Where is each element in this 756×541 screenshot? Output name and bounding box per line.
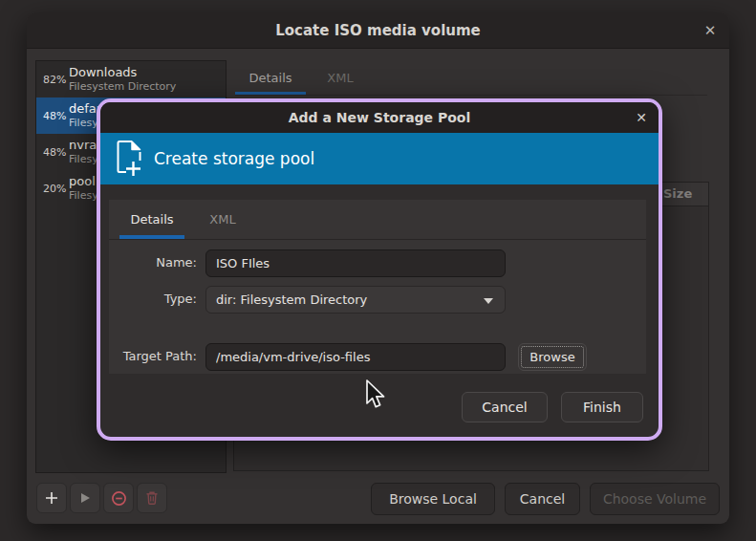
chevron-down-icon bbox=[484, 298, 493, 304]
dialog-titlebar[interactable]: Add a New Storage Pool ✕ bbox=[100, 102, 659, 133]
dialog-notebook: Details XML Name: Type: dir: Filesystem … bbox=[109, 200, 646, 374]
plus-icon bbox=[44, 490, 59, 506]
tab-xml-label: XML bbox=[327, 71, 353, 85]
dialog-tabbar-divider bbox=[109, 239, 646, 240]
pool-type: Filesystem Directory bbox=[69, 80, 176, 94]
pool-usage-percent: 20% bbox=[36, 183, 69, 195]
tab-xml[interactable]: XML bbox=[313, 60, 367, 96]
browse-local-button[interactable]: Browse Local bbox=[371, 483, 495, 515]
pool-usage-percent: 82% bbox=[36, 74, 69, 86]
dialog-title: Add a New Storage Pool bbox=[289, 110, 471, 125]
mouse-cursor bbox=[365, 379, 386, 412]
banner-text: Create storage pool bbox=[154, 149, 314, 168]
create-pool-banner: Create storage pool bbox=[100, 133, 659, 184]
pool-name: Downloads bbox=[69, 65, 176, 80]
dialog-cancel-button[interactable]: Cancel bbox=[462, 392, 548, 422]
choose-volume-button: Choose Volume bbox=[590, 483, 720, 515]
trash-icon bbox=[145, 490, 159, 506]
name-label: Name: bbox=[109, 255, 197, 270]
stop-icon bbox=[111, 490, 127, 507]
close-icon[interactable]: ✕ bbox=[701, 21, 720, 40]
tab-details[interactable]: Details bbox=[235, 60, 306, 96]
type-dropdown[interactable]: dir: Filesystem Directory bbox=[205, 286, 506, 314]
type-label: Type: bbox=[109, 292, 197, 306]
target-path-label: Target Path: bbox=[109, 349, 197, 363]
browse-button[interactable]: Browse bbox=[518, 343, 587, 371]
dialog-tab-xml-label: XML bbox=[209, 212, 235, 227]
play-icon bbox=[78, 491, 92, 505]
tabbar-divider bbox=[235, 95, 707, 96]
pool-details-tabbar: Details XML bbox=[227, 60, 721, 96]
dialog-tab-details-label: Details bbox=[130, 212, 173, 227]
target-path-input[interactable] bbox=[205, 343, 506, 371]
stop-pool-button[interactable] bbox=[103, 483, 134, 513]
start-pool-button[interactable] bbox=[70, 483, 100, 513]
dialog-tab-details[interactable]: Details bbox=[119, 200, 184, 239]
pool-row-Downloads[interactable]: 82%DownloadsFilesystem Directory bbox=[36, 61, 226, 97]
add-pool-button[interactable] bbox=[36, 483, 67, 513]
dialog-close-icon[interactable]: ✕ bbox=[633, 109, 650, 126]
window-titlebar[interactable]: Locate ISO media volume ✕ bbox=[27, 12, 729, 49]
new-document-icon bbox=[113, 140, 145, 178]
pool-usage-percent: 48% bbox=[36, 110, 69, 122]
window-title: Locate ISO media volume bbox=[275, 22, 481, 39]
delete-pool-button[interactable] bbox=[137, 483, 167, 513]
type-dropdown-value: dir: Filesystem Directory bbox=[216, 292, 367, 307]
dialog-finish-button[interactable]: Finish bbox=[561, 392, 643, 422]
tab-details-label: Details bbox=[248, 71, 292, 85]
pool-usage-percent: 48% bbox=[36, 146, 69, 159]
window-cancel-button[interactable]: Cancel bbox=[505, 483, 580, 515]
desktop: Locate ISO media volume ✕ 82%DownloadsFi… bbox=[0, 0, 756, 541]
name-input[interactable] bbox=[205, 249, 506, 277]
dialog-tab-xml[interactable]: XML bbox=[196, 200, 249, 239]
size-column-header: Size bbox=[663, 186, 692, 201]
